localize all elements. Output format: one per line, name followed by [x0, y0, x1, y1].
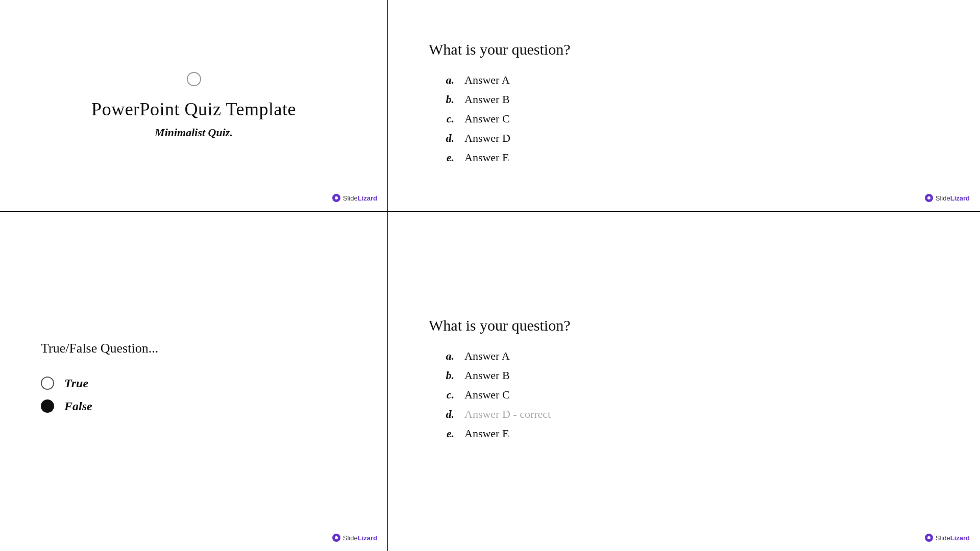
brand-bottom-left: SlideLizard: [332, 534, 377, 542]
answer-br-letter-c: c.: [429, 388, 454, 402]
slide-top-left: PowerPoint Quiz Template Minimalist Quiz…: [0, 0, 388, 212]
tf-true-label: True: [64, 377, 88, 390]
tf-options: True False: [41, 377, 92, 422]
answer-item-c: c. Answer C: [429, 112, 939, 126]
answer-letter-c: c.: [429, 112, 454, 126]
brand-icon: [332, 194, 340, 202]
answer-br-letter-a: a.: [429, 349, 454, 363]
brand-icon-br: [925, 534, 933, 542]
answer-item-a: a. Answer A: [429, 73, 939, 87]
brand-top-right: SlideLizard: [925, 194, 970, 202]
slide-bottom-left: True/False Question... True False SlideL…: [0, 212, 388, 551]
answer-text-e: Answer E: [464, 151, 509, 164]
answer-br-letter-e: e.: [429, 427, 454, 440]
subtitle: Minimalist Quiz.: [155, 126, 233, 139]
brand-slide-tr: Slide: [936, 194, 950, 202]
answer-text-b: Answer B: [464, 93, 510, 106]
brand-slide-br: Slide: [936, 534, 950, 542]
brand-icon-bl: [332, 534, 340, 542]
tf-false-item: False: [41, 399, 92, 413]
brand-top-left: SlideLizard: [332, 194, 377, 202]
brand-lizard-br: Lizard: [950, 534, 970, 542]
brand-lizard-tr: Lizard: [950, 194, 970, 202]
brand-bottom-right: SlideLizard: [925, 534, 970, 542]
slide-bottom-right: What is your question? a. Answer A b. An…: [388, 212, 980, 551]
answer-text-d: Answer D: [464, 132, 510, 145]
answer-br-text-c: Answer C: [464, 388, 510, 402]
answer-item-d: d. Answer D: [429, 132, 939, 145]
answers-list-bottom-right: a. Answer A b. Answer B c. Answer C d. A…: [429, 349, 939, 446]
slide-top-right: What is your question? a. Answer A b. An…: [388, 0, 980, 212]
brand-lizard-bl: Lizard: [358, 534, 377, 542]
answer-br-item-c: c. Answer C: [429, 388, 939, 402]
answer-br-text-e: Answer E: [464, 427, 509, 440]
answer-br-text-b: Answer B: [464, 369, 510, 382]
answer-br-letter-b: b.: [429, 369, 454, 382]
answer-br-item-d: d. Answer D - correct: [429, 408, 939, 421]
radio-empty-icon: [41, 377, 54, 390]
answer-br-text-d: Answer D - correct: [464, 408, 551, 421]
answer-br-letter-d: d.: [429, 408, 454, 421]
circle-icon: [187, 72, 201, 86]
tf-question: True/False Question...: [41, 341, 158, 356]
radio-filled-icon: [41, 399, 54, 413]
answer-br-item-e: e. Answer E: [429, 427, 939, 440]
brand-slide-bl: Slide: [343, 534, 358, 542]
answer-letter-e: e.: [429, 151, 454, 164]
answer-text-c: Answer C: [464, 112, 510, 126]
answer-br-item-b: b. Answer B: [429, 369, 939, 382]
question-top-right: What is your question?: [429, 41, 570, 58]
answer-br-item-a: a. Answer A: [429, 349, 939, 363]
brand-lizard-text: Lizard: [358, 194, 377, 202]
answers-list-top-right: a. Answer A b. Answer B c. Answer C d. A…: [429, 73, 939, 170]
main-title: PowerPoint Quiz Template: [91, 98, 296, 120]
tf-false-label: False: [64, 399, 92, 413]
brand-icon-tr: [925, 194, 933, 202]
answer-letter-d: d.: [429, 132, 454, 145]
brand-slide-text: Slide: [343, 194, 358, 202]
answer-letter-a: a.: [429, 73, 454, 87]
answer-letter-b: b.: [429, 93, 454, 106]
answer-br-text-a: Answer A: [464, 349, 510, 363]
question-bottom-right: What is your question?: [429, 317, 570, 334]
answer-text-a: Answer A: [464, 73, 510, 87]
answer-item-e: e. Answer E: [429, 151, 939, 164]
tf-true-item: True: [41, 377, 92, 390]
answer-item-b: b. Answer B: [429, 93, 939, 106]
